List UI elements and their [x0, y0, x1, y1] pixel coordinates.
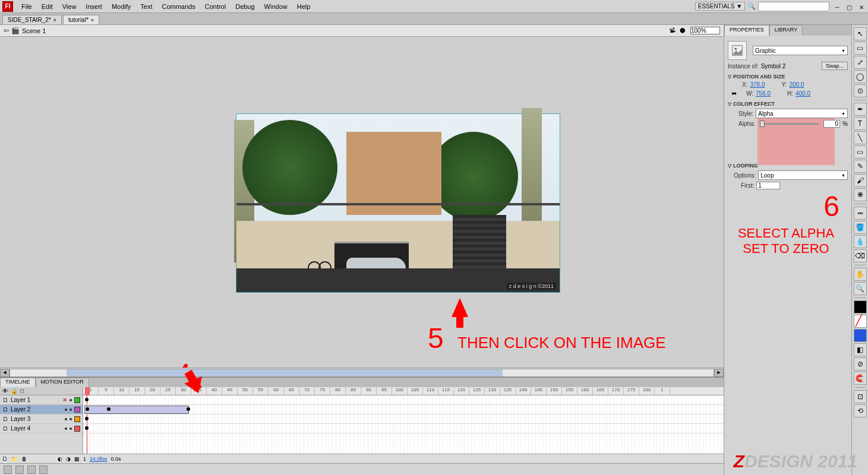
tab-motion-editor[interactable]: MOTION EDITOR	[36, 378, 89, 387]
menu-insert[interactable]: Insert	[81, 1, 107, 12]
edit-scene-icon[interactable]: 📽	[669, 27, 677, 35]
layer-name: Layer 2	[11, 406, 30, 413]
delete-layer-icon[interactable]: 🗑	[21, 456, 27, 462]
close-icon[interactable]: ×	[91, 17, 94, 23]
w-value[interactable]: 756.0	[756, 90, 771, 97]
lock-aspect-icon[interactable]: ⬌	[731, 90, 737, 97]
onion-skin-icon[interactable]: ◐	[58, 456, 62, 462]
graphic-icon	[728, 41, 747, 60]
tab-properties[interactable]: PROPERTIES	[724, 25, 769, 36]
lock-icon[interactable]: 🔒	[11, 388, 18, 394]
menu-window[interactable]: Window	[260, 1, 292, 12]
subselection-tool-icon[interactable]: ▭	[854, 42, 867, 55]
brush-tool-icon[interactable]: 🖌	[854, 174, 867, 187]
minimize-icon[interactable]: ─	[833, 4, 841, 11]
stage-instance[interactable]: z d e s i g n ©2011	[236, 113, 560, 293]
x-value[interactable]: 378.0	[750, 81, 765, 88]
stage-scrollbar[interactable]: ◄ ►	[0, 368, 724, 377]
doc-tab-side-stair[interactable]: SIDE_STAIR_2*×	[2, 15, 62, 24]
layer-row[interactable]: 🗋Layer 2	[0, 405, 83, 414]
new-layer-icon[interactable]: 🗋	[2, 456, 8, 462]
onion-outline-icon[interactable]: ◑	[66, 456, 71, 462]
outline-icon[interactable]: □	[20, 388, 24, 394]
status-icon[interactable]	[27, 466, 36, 474]
close-icon[interactable]: ×	[53, 17, 56, 23]
menu-edit[interactable]: Edit	[37, 1, 58, 12]
fill-color-icon[interactable]: ╱	[854, 315, 867, 328]
search-input[interactable]	[758, 2, 829, 11]
scroll-left-icon[interactable]: ◄	[0, 369, 10, 377]
status-icon[interactable]	[4, 466, 12, 474]
swap-button[interactable]: Swap...	[822, 62, 848, 70]
alpha-slider[interactable]	[760, 123, 819, 125]
instance-type-dropdown[interactable]: Graphic	[753, 46, 848, 55]
deco-tool-icon[interactable]: ❋	[854, 188, 867, 201]
h-value[interactable]: 400.0	[796, 90, 810, 97]
free-transform-icon[interactable]: ⤢	[854, 56, 867, 69]
options-label: Options:	[734, 172, 756, 179]
alpha-input[interactable]	[823, 120, 840, 128]
scene-label[interactable]: Scene 1	[22, 27, 46, 34]
menu-file[interactable]: File	[17, 1, 37, 12]
layer-row[interactable]: 🗋Layer 3	[0, 414, 83, 424]
line-tool-icon[interactable]: ╲	[854, 131, 867, 144]
status-icon[interactable]	[39, 466, 48, 474]
section-color-effect[interactable]: COLOR EFFECT	[728, 101, 848, 107]
menu-debug[interactable]: Debug	[231, 1, 259, 12]
options-icon[interactable]: ⊡	[854, 390, 867, 403]
pen-tool-icon[interactable]: ✒	[854, 103, 867, 116]
first-frame-input[interactable]	[756, 182, 780, 189]
eraser-tool-icon[interactable]: ⌫	[854, 249, 867, 262]
new-folder-icon[interactable]: 📁	[11, 456, 18, 462]
workspace-dropdown[interactable]: ESSENTIALS ▼	[695, 2, 745, 11]
snap-icon[interactable]: 🧲	[854, 372, 867, 385]
menu-view[interactable]: View	[58, 1, 81, 12]
text-tool-icon[interactable]: T	[854, 117, 867, 130]
status-icon[interactable]	[15, 466, 24, 474]
stroke-color-icon[interactable]	[854, 300, 867, 314]
doc-tab-tutorial[interactable]: tutorial*×	[63, 15, 99, 24]
menu-modify[interactable]: Modify	[107, 1, 135, 12]
tab-timeline[interactable]: TIMELINE	[0, 378, 36, 387]
style-dropdown[interactable]: Alpha	[756, 109, 848, 118]
3d-rotation-icon[interactable]: ◯	[854, 70, 867, 83]
layer-row[interactable]: 🗋Layer 4	[0, 424, 83, 433]
tab-library[interactable]: LIBRARY	[769, 25, 803, 36]
layer-list: 👁 🔒 □ 🗋Layer 1✕ 🗋Layer 2 🗋Layer 3 🗋Layer…	[0, 387, 83, 454]
y-label: Y:	[781, 81, 787, 88]
section-position-size[interactable]: POSITION AND SIZE	[728, 74, 848, 80]
instance-of-value: Symbol 2	[761, 63, 786, 69]
frame-grid[interactable]	[83, 395, 724, 454]
eye-icon[interactable]: 👁	[2, 388, 8, 394]
menu-help[interactable]: Help	[292, 1, 315, 12]
stage-canvas[interactable]: z d e s i g n ©2011 5 THEN CLICK ON THE …	[0, 37, 724, 368]
menu-text[interactable]: Text	[135, 1, 157, 12]
scroll-right-icon[interactable]: ►	[714, 369, 724, 377]
frame-ruler[interactable]: 1510152025303540455055606570758085909510…	[83, 387, 724, 395]
maximize-icon[interactable]: ▢	[845, 4, 854, 11]
back-icon[interactable]: ⇦	[4, 27, 9, 34]
hand-tool-icon[interactable]: ✋	[854, 268, 867, 281]
zoom-tool-icon[interactable]: 🔍	[854, 282, 867, 295]
menu-commands[interactable]: Commands	[157, 1, 200, 12]
no-color-icon[interactable]: ⊘	[854, 357, 867, 370]
y-value[interactable]: 200.0	[789, 81, 804, 88]
edit-multiple-icon[interactable]: ▦	[74, 456, 80, 462]
rectangle-tool-icon[interactable]: ▭	[854, 145, 867, 159]
lasso-tool-icon[interactable]: ⊙	[854, 84, 867, 97]
eyedropper-icon[interactable]: 💧	[854, 235, 867, 248]
zoom-input[interactable]	[690, 27, 720, 34]
black-white-icon[interactable]: ◧	[854, 343, 867, 356]
layer-row[interactable]: 🗋Layer 1✕	[0, 395, 83, 405]
bone-tool-icon[interactable]: ⥈	[854, 207, 867, 220]
timeline-footer: 🗋 📁 🗑 ◐ ◑ ▦ 1 24.0fps 0.0s	[0, 454, 724, 463]
close-icon[interactable]: ✕	[857, 4, 866, 11]
loop-options-dropdown[interactable]: Loop	[758, 170, 848, 180]
pencil-tool-icon[interactable]: ✎	[854, 160, 867, 173]
selection-tool-icon[interactable]: ↖	[854, 27, 867, 40]
paint-bucket-icon[interactable]: 🪣	[854, 221, 867, 234]
options-icon[interactable]: ⟲	[854, 404, 867, 417]
swap-colors-icon[interactable]	[854, 329, 867, 342]
edit-symbol-icon[interactable]: ⬢	[680, 27, 688, 35]
menu-control[interactable]: Control	[200, 1, 231, 12]
